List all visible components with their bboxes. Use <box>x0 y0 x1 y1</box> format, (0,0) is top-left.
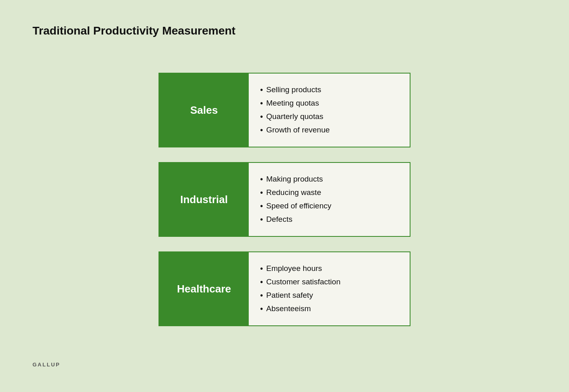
card-industrial: IndustrialMaking productsReducing wasteS… <box>159 162 410 237</box>
bullet-item-industrial-0: Making products <box>260 175 398 184</box>
bullet-item-healthcare-2: Patient safety <box>260 291 398 300</box>
bullet-item-industrial-3: Defects <box>260 215 398 224</box>
card-items-healthcare: Employee hoursCustomer satisfactionPatie… <box>249 252 410 325</box>
bullet-item-healthcare-1: Customer satisfaction <box>260 277 398 287</box>
bullet-item-healthcare-0: Employee hours <box>260 264 398 273</box>
bullet-item-sales-0: Selling products <box>260 85 398 95</box>
bullet-item-sales-1: Meeting quotas <box>260 99 398 108</box>
bullet-item-industrial-1: Reducing waste <box>260 188 398 197</box>
bullet-item-sales-3: Growth of revenue <box>260 126 398 135</box>
card-label-sales: Sales <box>159 74 249 147</box>
bullet-item-industrial-2: Speed of efficiency <box>260 201 398 211</box>
bullet-item-sales-2: Quarterly quotas <box>260 112 398 121</box>
card-items-industrial: Making productsReducing wasteSpeed of ef… <box>249 163 410 236</box>
bullet-item-healthcare-3: Absenteeism <box>260 304 398 314</box>
card-label-healthcare: Healthcare <box>159 252 249 325</box>
card-sales: SalesSelling productsMeeting quotasQuart… <box>159 73 410 147</box>
content-area: SalesSelling productsMeeting quotasQuart… <box>33 50 536 349</box>
brand-logo: GALLUP <box>33 349 536 368</box>
card-healthcare: HealthcareEmployee hoursCustomer satisfa… <box>159 251 410 326</box>
card-label-industrial: Industrial <box>159 163 249 236</box>
card-items-sales: Selling productsMeeting quotasQuarterly … <box>249 74 410 147</box>
page-title: Traditional Productivity Measurement <box>33 24 536 37</box>
